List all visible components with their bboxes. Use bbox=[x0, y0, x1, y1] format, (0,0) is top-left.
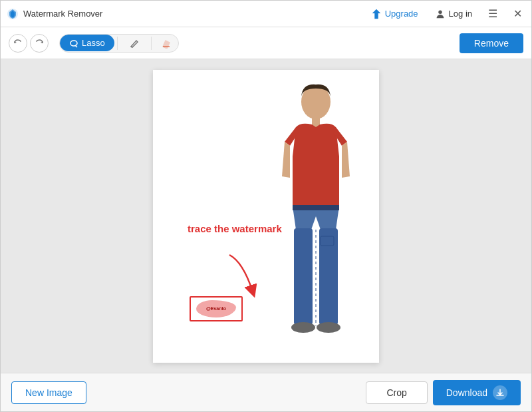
svg-rect-8 bbox=[294, 228, 313, 325]
undo-redo-group bbox=[9, 34, 49, 53]
svg-line-4 bbox=[131, 47, 132, 47]
svg-point-1 bbox=[438, 10, 442, 13]
close-button[interactable]: ✕ bbox=[509, 5, 526, 23]
redo-button[interactable] bbox=[30, 34, 49, 53]
arrow-icon bbox=[216, 248, 269, 302]
title-bar: Watermark Remover Upgrade Log in ☰ ✕ bbox=[1, 1, 531, 27]
crop-button[interactable]: Crop bbox=[366, 381, 427, 404]
person-image bbox=[259, 77, 372, 356]
svg-point-2 bbox=[70, 41, 77, 46]
svg-rect-10 bbox=[293, 205, 339, 210]
svg-rect-9 bbox=[319, 228, 338, 325]
tool-selector: Lasso bbox=[59, 34, 179, 53]
trace-instruction: trace the watermark bbox=[188, 223, 282, 234]
download-button[interactable]: Download bbox=[433, 380, 521, 405]
svg-line-3 bbox=[75, 45, 77, 47]
canvas-area: @Evanto trace the watermark bbox=[1, 59, 531, 373]
svg-point-12 bbox=[317, 322, 340, 333]
remove-button[interactable]: Remove bbox=[460, 33, 523, 53]
menu-button[interactable]: ☰ bbox=[484, 5, 501, 23]
tool-divider-2 bbox=[151, 37, 152, 50]
app-title: Watermark Remover bbox=[23, 9, 366, 19]
brush-tool-button[interactable] bbox=[120, 35, 148, 51]
login-button[interactable]: Log in bbox=[430, 5, 476, 23]
app-icon bbox=[6, 7, 19, 21]
download-icon bbox=[493, 385, 507, 400]
erase-button[interactable] bbox=[154, 35, 178, 52]
bottom-bar: New Image Crop Download bbox=[1, 373, 531, 411]
tool-divider bbox=[117, 37, 118, 50]
title-actions: Upgrade Log in ☰ ✕ bbox=[366, 5, 526, 23]
upgrade-button[interactable]: Upgrade bbox=[366, 5, 422, 23]
new-image-button[interactable]: New Image bbox=[11, 381, 86, 404]
toolbar: Lasso Remove bbox=[1, 27, 531, 59]
svg-point-11 bbox=[291, 322, 315, 333]
watermark-blob: @Evanto bbox=[196, 300, 236, 317]
image-container: @Evanto trace the watermark bbox=[153, 70, 379, 363]
lasso-tool-button[interactable]: Lasso bbox=[60, 35, 114, 51]
undo-button[interactable] bbox=[9, 34, 27, 53]
